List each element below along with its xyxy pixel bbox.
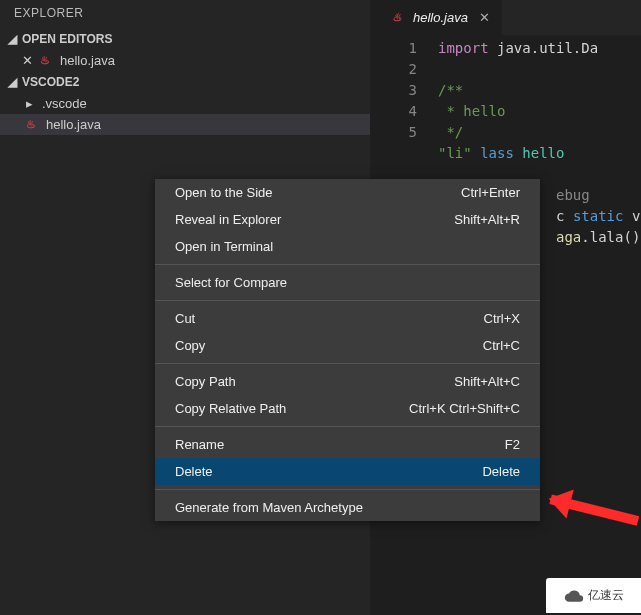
menu-separator bbox=[155, 264, 540, 265]
tree-file-hello[interactable]: ♨ hello.java bbox=[0, 114, 370, 135]
workspace-label: VSCODE2 bbox=[22, 75, 79, 89]
menu-item-label: Cut bbox=[175, 311, 195, 326]
folder-name: .vscode bbox=[42, 96, 87, 111]
menu-separator bbox=[155, 363, 540, 364]
menu-separator bbox=[155, 426, 540, 427]
close-icon[interactable]: ✕ bbox=[22, 53, 34, 68]
menu-item-copy[interactable]: CopyCtrl+C bbox=[155, 332, 540, 359]
context-menu: Open to the SideCtrl+EnterReveal in Expl… bbox=[155, 179, 540, 521]
menu-item-shortcut: Ctrl+C bbox=[483, 338, 520, 353]
caret-right-icon: ▸ bbox=[26, 96, 36, 111]
menu-separator bbox=[155, 300, 540, 301]
menu-item-shortcut: Ctrl+Enter bbox=[461, 185, 520, 200]
menu-item-copy-relative-path[interactable]: Copy Relative PathCtrl+K Ctrl+Shift+C bbox=[155, 395, 540, 422]
tree-folder-vscode[interactable]: ▸ .vscode bbox=[0, 93, 370, 114]
java-file-icon: ♨ bbox=[40, 54, 54, 67]
tab-bar: ♨ hello.java ✕ bbox=[380, 0, 641, 35]
file-name: hello.java bbox=[46, 117, 101, 132]
menu-item-reveal-in-explorer[interactable]: Reveal in ExplorerShift+Alt+R bbox=[155, 206, 540, 233]
menu-item-shortcut: F2 bbox=[505, 437, 520, 452]
menu-item-cut[interactable]: CutCtrl+X bbox=[155, 305, 540, 332]
editor-tab[interactable]: ♨ hello.java ✕ bbox=[380, 0, 502, 35]
menu-item-label: Open in Terminal bbox=[175, 239, 273, 254]
close-tab-icon[interactable]: ✕ bbox=[479, 10, 490, 25]
menu-item-shortcut: Delete bbox=[482, 464, 520, 479]
workspace-section[interactable]: ◢ VSCODE2 bbox=[0, 71, 370, 93]
menu-item-generate-from-maven-archetype[interactable]: Generate from Maven Archetype bbox=[155, 494, 540, 521]
menu-item-shortcut: Shift+Alt+C bbox=[454, 374, 520, 389]
watermark: 亿速云 bbox=[546, 578, 641, 613]
line-numbers: 1 2 3 4 5 bbox=[380, 38, 435, 143]
menu-item-label: Open to the Side bbox=[175, 185, 273, 200]
menu-item-open-in-terminal[interactable]: Open in Terminal bbox=[155, 233, 540, 260]
menu-separator bbox=[155, 489, 540, 490]
menu-item-label: Copy Path bbox=[175, 374, 236, 389]
menu-item-delete[interactable]: DeleteDelete bbox=[155, 458, 540, 485]
explorer-title: EXPLORER bbox=[0, 0, 370, 28]
menu-item-label: Copy bbox=[175, 338, 205, 353]
caret-down-icon: ◢ bbox=[8, 32, 18, 46]
menu-item-copy-path[interactable]: Copy PathShift+Alt+C bbox=[155, 368, 540, 395]
menu-item-open-to-the-side[interactable]: Open to the SideCtrl+Enter bbox=[155, 179, 540, 206]
menu-item-label: Rename bbox=[175, 437, 224, 452]
cloud-icon bbox=[564, 586, 584, 606]
open-editor-item[interactable]: ✕ ♨ hello.java bbox=[0, 50, 370, 71]
open-editor-filename: hello.java bbox=[60, 53, 115, 68]
menu-item-label: Select for Compare bbox=[175, 275, 287, 290]
menu-item-shortcut: Shift+Alt+R bbox=[454, 212, 520, 227]
menu-item-label: Copy Relative Path bbox=[175, 401, 286, 416]
open-editors-label: OPEN EDITORS bbox=[22, 32, 112, 46]
menu-item-shortcut: Ctrl+K Ctrl+Shift+C bbox=[409, 401, 520, 416]
java-file-icon: ♨ bbox=[392, 11, 406, 24]
java-file-icon: ♨ bbox=[26, 118, 40, 131]
menu-item-label: Generate from Maven Archetype bbox=[175, 500, 363, 515]
menu-item-select-for-compare[interactable]: Select for Compare bbox=[155, 269, 540, 296]
menu-item-label: Delete bbox=[175, 464, 213, 479]
menu-item-label: Reveal in Explorer bbox=[175, 212, 281, 227]
tab-filename: hello.java bbox=[413, 10, 468, 25]
menu-item-shortcut: Ctrl+X bbox=[484, 311, 520, 326]
caret-down-icon: ◢ bbox=[8, 75, 18, 89]
open-editors-section[interactable]: ◢ OPEN EDITORS bbox=[0, 28, 370, 50]
menu-item-rename[interactable]: RenameF2 bbox=[155, 431, 540, 458]
